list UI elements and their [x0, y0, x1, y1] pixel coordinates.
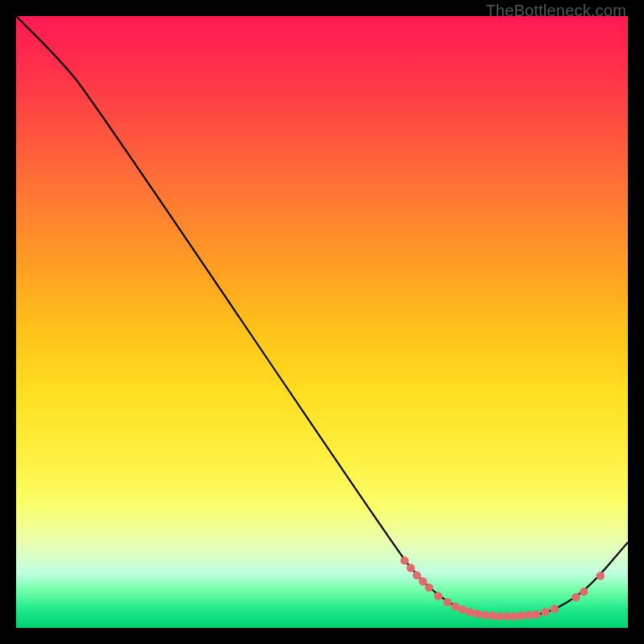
data-point — [597, 572, 605, 580]
data-point — [444, 598, 452, 606]
data-point — [580, 588, 588, 596]
data-point — [451, 602, 459, 610]
data-point — [473, 609, 481, 617]
data-point — [400, 556, 408, 564]
data-point — [541, 608, 549, 616]
data-point — [434, 592, 442, 600]
data-point — [532, 610, 540, 618]
data-point — [525, 611, 533, 619]
data-point — [551, 605, 559, 613]
data-point — [518, 612, 526, 620]
data-point — [481, 611, 489, 619]
bottleneck-curve — [16, 16, 628, 617]
data-point — [495, 612, 503, 620]
data-point — [488, 612, 496, 620]
data-point — [502, 612, 510, 620]
data-point — [572, 593, 580, 601]
data-points — [400, 556, 605, 621]
data-point — [466, 608, 474, 616]
data-point — [413, 571, 421, 579]
data-point — [425, 584, 433, 592]
data-point — [459, 605, 467, 613]
data-point — [419, 577, 427, 585]
chart-plot — [16, 16, 628, 628]
data-point — [510, 612, 518, 620]
data-point — [407, 564, 415, 572]
